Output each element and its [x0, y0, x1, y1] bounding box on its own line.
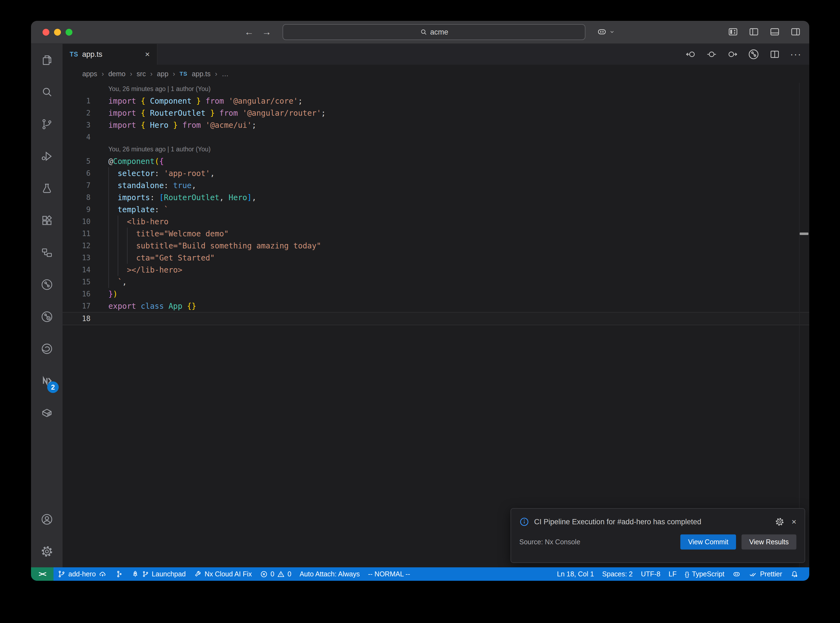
close-tab-icon[interactable]: ×: [145, 50, 150, 59]
line-number[interactable]: 3: [63, 121, 91, 129]
zoom-window-button[interactable]: [66, 29, 72, 36]
back-button[interactable]: ←: [244, 27, 254, 37]
line-number[interactable]: 14: [63, 266, 91, 274]
gitlens-icon[interactable]: [31, 269, 63, 301]
launchpad-status-item[interactable]: Launchpad: [127, 567, 190, 581]
nx-cloud-status-item[interactable]: Nx Cloud AI Fix: [190, 567, 256, 581]
line-number[interactable]: 13: [63, 254, 91, 262]
view-commit-button[interactable]: View Commit: [680, 534, 736, 549]
eol-status-item[interactable]: LF: [665, 567, 680, 581]
code-line-7[interactable]: 7 standalone: true,: [63, 180, 809, 192]
forward-button[interactable]: →: [262, 27, 271, 37]
view-results-button[interactable]: View Results: [742, 534, 796, 549]
remote-indicator[interactable]: ><: [31, 567, 54, 581]
indentation-status-item[interactable]: Spaces: 2: [598, 567, 637, 581]
nx-console-icon[interactable]: 2: [31, 365, 63, 397]
code-line-9[interactable]: 9 template: `: [63, 204, 809, 216]
breadcrumb-item[interactable]: apps: [82, 70, 97, 78]
blame-annotation[interactable]: You, 26 minutes ago | 1 author (You): [63, 143, 809, 155]
containers-icon[interactable]: [31, 397, 63, 429]
code-line-4[interactable]: 4: [63, 131, 809, 143]
line-number[interactable]: 2: [63, 109, 91, 117]
line-number[interactable]: 6: [63, 169, 91, 177]
gitlens-status-item[interactable]: [111, 567, 127, 581]
breadcrumb-item[interactable]: …: [222, 70, 229, 78]
breadcrumb-item[interactable]: app.ts: [192, 70, 210, 78]
search-sidebar-icon[interactable]: [31, 76, 63, 108]
code-line-1[interactable]: 1import { Component } from '@angular/cor…: [63, 95, 809, 107]
problems-status-item[interactable]: 0 0: [256, 567, 295, 581]
project-graph-icon[interactable]: [31, 236, 63, 269]
code-line-18[interactable]: 18: [63, 312, 809, 325]
code-line-5[interactable]: 5@Component({: [63, 155, 809, 167]
more-actions-icon[interactable]: ···: [790, 52, 802, 57]
code-line-6[interactable]: 6 selector: 'app-root',: [63, 167, 809, 180]
line-number[interactable]: 8: [63, 193, 91, 201]
code-line-17[interactable]: 17export class App {}: [63, 300, 809, 312]
copilot-icon[interactable]: [597, 27, 607, 37]
gitlens-next-change-icon[interactable]: [727, 49, 738, 60]
line-number[interactable]: 11: [63, 230, 91, 238]
prettier-status-item[interactable]: Prettier: [745, 567, 786, 581]
gitlens-changes-icon[interactable]: [706, 49, 717, 60]
code-line-14[interactable]: 14 ></lib-hero>: [63, 264, 809, 276]
code-editor[interactable]: You, 26 minutes ago | 1 author (You)1imp…: [63, 83, 809, 567]
customize-layout-icon[interactable]: [728, 26, 739, 37]
copilot-status-item[interactable]: [728, 567, 745, 581]
line-number[interactable]: 12: [63, 242, 91, 250]
minimize-window-button[interactable]: [54, 29, 61, 36]
gitlens-inspect-icon[interactable]: [31, 301, 63, 333]
auto-attach-status-item[interactable]: Auto Attach: Always: [295, 567, 364, 581]
tab-app-ts[interactable]: TS app.ts ×: [63, 44, 157, 65]
breadcrumb-item[interactable]: demo: [108, 70, 126, 78]
breadcrumb-item[interactable]: app: [157, 70, 169, 78]
toggle-secondary-sidebar-icon[interactable]: [790, 26, 801, 37]
line-number[interactable]: 9: [63, 206, 91, 213]
code-line-16[interactable]: 16}): [63, 288, 809, 300]
notifications-bell-item[interactable]: [786, 567, 803, 581]
commit-graph-icon[interactable]: [748, 49, 759, 60]
code-line-2[interactable]: 2import { RouterOutlet } from '@angular/…: [63, 107, 809, 119]
extensions-icon[interactable]: [31, 204, 63, 236]
line-number[interactable]: 10: [63, 218, 91, 226]
line-number[interactable]: 1: [63, 97, 91, 105]
line-number[interactable]: 15: [63, 278, 91, 286]
code-line-3[interactable]: 3import { Hero } from '@acme/ui';: [63, 119, 809, 131]
breadcrumb-item[interactable]: src: [137, 70, 146, 78]
gitlens-previous-change-icon[interactable]: [685, 49, 696, 60]
line-number[interactable]: 5: [63, 157, 91, 165]
encoding-status-item[interactable]: UTF-8: [637, 567, 665, 581]
settings-gear-icon[interactable]: [31, 535, 63, 567]
accounts-icon[interactable]: [31, 503, 63, 535]
line-number[interactable]: 18: [63, 315, 91, 323]
source-control-icon[interactable]: [31, 108, 63, 140]
explorer-icon[interactable]: [31, 44, 63, 76]
notification-settings-gear-icon[interactable]: [775, 517, 784, 526]
line-number[interactable]: 7: [63, 181, 91, 189]
code-line-15[interactable]: 15 `,: [63, 276, 809, 288]
vim-mode-status-item[interactable]: -- NORMAL --: [364, 567, 414, 581]
cursor-position-status-item[interactable]: Ln 18, Col 1: [553, 567, 598, 581]
line-number[interactable]: 16: [63, 290, 91, 298]
notification-close-icon[interactable]: ×: [791, 517, 796, 526]
branch-status-item[interactable]: add-hero: [54, 567, 111, 581]
toggle-panel-icon[interactable]: [769, 26, 780, 37]
run-debug-icon[interactable]: [31, 140, 63, 172]
line-number[interactable]: 4: [63, 133, 91, 141]
split-editor-icon[interactable]: [769, 49, 780, 60]
code-line-11[interactable]: 11 title="Welcmoe demo": [63, 228, 809, 239]
code-line-8[interactable]: 8 imports: [RouterOutlet, Hero],: [63, 192, 809, 204]
edge-devtools-icon[interactable]: [31, 333, 63, 365]
blame-annotation[interactable]: You, 26 minutes ago | 1 author (You): [63, 83, 809, 95]
close-window-button[interactable]: [43, 29, 49, 36]
line-number[interactable]: 17: [63, 302, 91, 310]
code-line-12[interactable]: 12 subtitle="Build something amazing tod…: [63, 239, 809, 252]
toggle-primary-sidebar-icon[interactable]: [748, 26, 759, 37]
code-line-10[interactable]: 10 <lib-hero: [63, 216, 809, 228]
language-status-item[interactable]: {} TypeScript: [680, 567, 728, 581]
code-line-13[interactable]: 13 cta="Get Started": [63, 252, 809, 264]
code-text: `,: [108, 278, 127, 287]
testing-icon[interactable]: [31, 172, 63, 204]
chevron-down-icon[interactable]: [609, 29, 615, 35]
command-center-search[interactable]: acme: [283, 24, 585, 40]
